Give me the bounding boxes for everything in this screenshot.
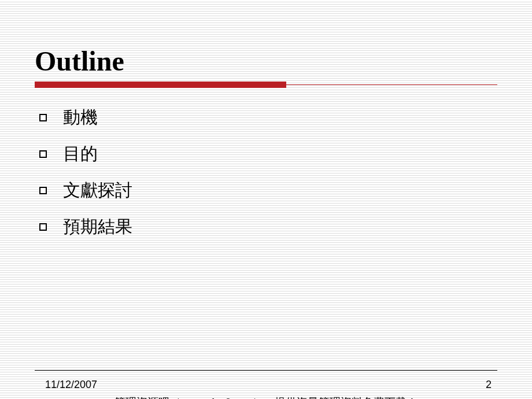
footer-divider — [35, 370, 497, 371]
slide-title: Outline — [35, 45, 497, 77]
bullet-text: 目的 — [63, 142, 98, 166]
page-number: 2 — [486, 379, 492, 391]
footer-source-text: 管理资源吧（www.glzy8.com），提供海量管理资料免费下载！ — [0, 395, 532, 399]
square-bullet-icon — [39, 150, 47, 158]
list-item: 動機 — [39, 106, 497, 130]
bullet-text: 預期結果 — [63, 215, 132, 239]
footer-date: 11/12/2007 — [45, 379, 97, 391]
list-item: 預期結果 — [39, 215, 497, 239]
slide-content: Outline 動機 目的 文獻探討 預期結果 — [0, 0, 532, 239]
underline-thick-segment — [35, 82, 286, 88]
bullet-text: 動機 — [63, 106, 98, 130]
list-item: 文獻探討 — [39, 179, 497, 202]
title-underline — [35, 82, 497, 88]
bullet-text: 文獻探討 — [63, 179, 132, 202]
square-bullet-icon — [39, 114, 47, 121]
list-item: 目的 — [39, 142, 497, 166]
outline-list: 動機 目的 文獻探討 預期結果 — [35, 106, 497, 239]
underline-thin-segment — [286, 84, 497, 85]
square-bullet-icon — [39, 187, 47, 194]
square-bullet-icon — [39, 223, 47, 231]
